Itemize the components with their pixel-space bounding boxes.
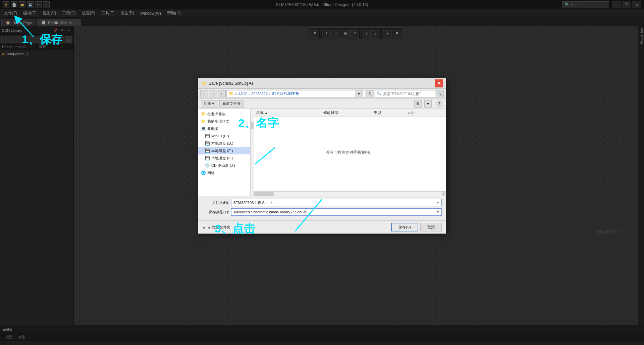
folder-thesis-label: 我的毕业论文 [207, 119, 229, 124]
path-bar: 📁 « AD20 › 20230222 › STM32F103主板 ▼ [226, 90, 365, 97]
dialog-search-button[interactable]: 🔍 [436, 90, 444, 97]
dialog-titlebar: ⚡ Save [Schlib1.SchLib] As... ✕ [198, 78, 446, 89]
filetype-select[interactable]: Advanced Schematic binary library (*.Sch… [231, 208, 442, 216]
filename-row: 文件名(N): STM32F103主板.SchLib ▼ [202, 199, 442, 206]
col-type-label: 类型 [374, 110, 381, 115]
view-button[interactable]: ☰ [414, 100, 422, 108]
file-list-headers: 名称 ▲ 修改日期 类型 大小 [254, 109, 446, 117]
filetype-value: Advanced Schematic binary library (*.Sch… [233, 210, 308, 214]
folder-network[interactable]: 🌐 网络 [198, 169, 250, 177]
hide-folders-toggle[interactable]: ▲ ▲ 隐藏文件夹 [202, 225, 230, 230]
dialog-toolbar: 组织▼ 新建文件夹 ☰ ▼ ? [198, 99, 446, 109]
dialog-search-icon: 🔍 [377, 91, 382, 96]
drive-c-icon: 💾 [205, 134, 210, 138]
h-scrollbar-thumb[interactable] [254, 192, 274, 196]
organize-label: 组织▼ [204, 101, 215, 106]
col-size-label: 大小 [407, 110, 415, 115]
path-dropdown-btn[interactable]: ▼ [355, 90, 363, 97]
dialog-actions: ▲ ▲ 隐藏文件夹 保存(S) 取消 [198, 220, 446, 233]
drive-d-icon: 💾 [205, 141, 210, 146]
dialog-cancel-button[interactable]: 取消 [420, 223, 442, 231]
cd-icon: 💿 [205, 163, 210, 168]
new-folder-button[interactable]: 新建文件夹 [219, 100, 244, 108]
folder-icon: 📁 [201, 112, 206, 116]
dialog-overlay: ⚡ Save [Schlib1.SchLib] As... ✕ ← → ↑ 📁 … [0, 0, 644, 345]
filetype-dropdown-arrow[interactable]: ▼ [436, 210, 439, 214]
folder-drive-d[interactable]: 💾 本地磁盘 (D:) [198, 140, 250, 147]
folder-this-pc-label: 此电脑 [207, 126, 218, 131]
drive-f-icon: 💾 [205, 156, 210, 160]
filename-input[interactable]: STM32F103主板.SchLib ▼ [231, 199, 442, 206]
scroll-right-btn[interactable]: › [441, 192, 446, 196]
filename-value: STM32F103主板.SchLib [233, 200, 273, 205]
dialog-buttons: 保存(S) 取消 [391, 223, 442, 231]
folder-win10-c-label: Win10 (C:) [211, 134, 229, 138]
new-folder-label: 新建文件夹 [222, 101, 241, 106]
dialog-search-input[interactable] [383, 92, 430, 96]
path-board[interactable]: STM32F103主板 [272, 91, 300, 96]
dialog-content: 📁 杜老师修改 📁 我的毕业论文 💻 此电脑 💾 Win10 (C:) 💾 [198, 109, 446, 196]
folder-win10-c[interactable]: 💾 Win10 (C:) [198, 132, 250, 140]
help-button[interactable]: ? [436, 100, 443, 108]
dialog-forward-button[interactable]: → [209, 90, 217, 97]
path-ad20[interactable]: AD20 [238, 92, 248, 96]
col-type-header[interactable]: 类型 [374, 110, 407, 115]
network-icon: 🌐 [201, 170, 206, 175]
sort-icon: ▲ [264, 111, 268, 115]
folder-network-label: 网络 [207, 170, 215, 176]
folder-du-teacher[interactable]: 📁 杜老师修改 [198, 110, 250, 118]
col-name-header[interactable]: 名称 ▲ [256, 110, 323, 115]
folder-this-pc[interactable]: 💻 此电脑 [198, 125, 250, 132]
dialog-bottom: 文件名(N): STM32F103主板.SchLib ▼ 保存类型(T): Ad… [198, 196, 446, 220]
col-date-header[interactable]: 修改日期 [323, 110, 374, 115]
organize-button[interactable]: 组织▼ [201, 100, 218, 108]
hide-folders-icon: ▲ [202, 225, 206, 229]
folder-cd-label: CD 驱动器 (J:) [211, 163, 235, 168]
search-box[interactable]: 🔍 [375, 90, 435, 97]
dialog-back-button[interactable]: ← [200, 90, 208, 97]
col-name-label: 名称 [256, 110, 264, 115]
folder-drive-f-label: 本地磁盘 (F:) [211, 156, 233, 161]
dialog-h-scrollbar[interactable]: › [254, 191, 446, 196]
col-date-label: 修改日期 [323, 110, 338, 115]
dialog-app-icon: ⚡ [201, 81, 207, 86]
no-match-text: 没有与搜索条件匹配的项。 [326, 150, 374, 155]
folder-drive-e-label: 本地磁盘 (E:) [211, 148, 233, 153]
dialog-save-button[interactable]: 保存(S) [391, 223, 418, 231]
path-folder-icon: 📁 [229, 91, 233, 96]
filename-dropdown-arrow[interactable]: ▼ [436, 201, 439, 204]
save-dialog: ⚡ Save [Schlib1.SchLib] As... ✕ ← → ↑ 📁 … [198, 78, 446, 234]
view-dropdown-btn[interactable]: ▼ [424, 100, 432, 108]
scrollbar-thumb[interactable] [251, 122, 254, 129]
folder-cd-drive[interactable]: 💿 CD 驱动器 (J:) [198, 162, 250, 169]
folder-thesis-icon: 📁 [201, 119, 206, 124]
sidebar-scrollbar[interactable] [250, 109, 254, 196]
filetype-label: 保存类型(T): [202, 210, 229, 215]
dialog-sidebar: 📁 杜老师修改 📁 我的毕业论文 💻 此电脑 💾 Win10 (C:) 💾 [198, 109, 250, 196]
drive-e-icon: 💾 [205, 148, 210, 153]
folder-drive-d-label: 本地磁盘 (D:) [211, 141, 233, 146]
dialog-nav: ← → ↑ 📁 « AD20 › 20230222 › STM32F103主板 … [198, 89, 446, 99]
folder-du-label: 杜老师修改 [207, 112, 226, 117]
dialog-main-area: 名称 ▲ 修改日期 类型 大小 没有与搜索条件匹配的项。 [254, 109, 446, 196]
folder-drive-f[interactable]: 💾 本地磁盘 (F:) [198, 154, 250, 162]
filetype-row: 保存类型(T): Advanced Schematic binary libra… [202, 208, 442, 216]
pc-icon: 💻 [201, 126, 206, 131]
dialog-close-button[interactable]: ✕ [435, 79, 443, 87]
filename-label: 文件名(N): [202, 200, 229, 205]
folder-drive-e[interactable]: 💾 本地磁盘 (E:) [198, 147, 250, 154]
col-size-header[interactable]: 大小 [407, 110, 434, 115]
dialog-up-button[interactable]: ↑ [218, 90, 226, 97]
folder-thesis[interactable]: 📁 我的毕业论文 [198, 118, 250, 125]
dialog-title: Save [Schlib1.SchLib] As... [209, 81, 433, 86]
hide-folders-text: ▲ 隐藏文件夹 [207, 225, 230, 230]
dialog-refresh-button[interactable]: ↻ [366, 90, 374, 97]
path-date[interactable]: 20230222 [251, 92, 268, 96]
